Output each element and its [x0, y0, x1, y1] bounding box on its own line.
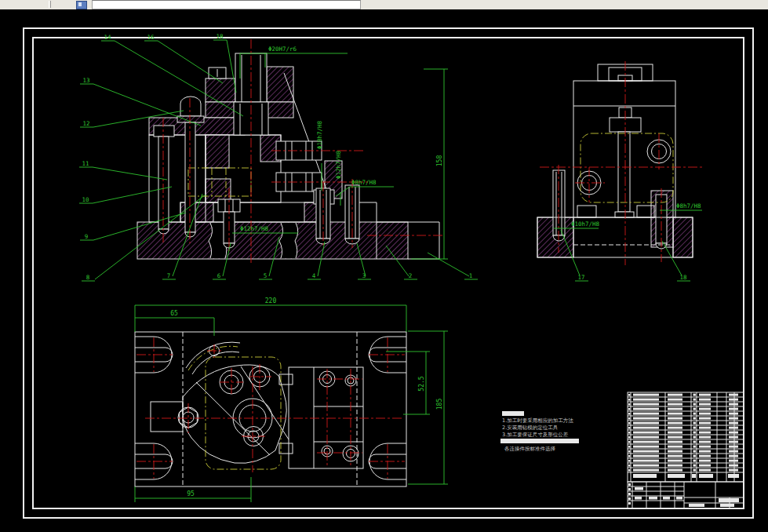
fit-label-vertical-2: Φ12h7/H8	[335, 150, 342, 179]
fit-label-pin-right: Φ8h7/H8	[676, 202, 701, 210]
dim-185: 185	[436, 399, 443, 410]
fit-label-top: Φ20H7/r6	[268, 46, 297, 53]
note-line-1: 1.加工时要采用相应的加工方法	[502, 417, 573, 424]
fit-label-base: Φ12h7/H8	[240, 225, 269, 232]
cad-drawing-canvas[interactable]: Φ20H7/r6 Φ18h7/H8 Φ12h7/H8 Φ8h7/H8 Φ12h7…	[0, 0, 768, 532]
dim-65: 65	[170, 310, 178, 317]
dim-95: 95	[187, 490, 195, 497]
dim-height-158: 158	[436, 155, 443, 167]
dim-220: 220	[265, 297, 277, 304]
note-line-3: 3.加工要保证尺寸及形位公差	[502, 432, 569, 438]
callout-2: 2	[409, 272, 413, 279]
dim-52-5: 52.5	[418, 376, 425, 391]
callout-9: 9	[85, 233, 89, 240]
callout-4: 4	[312, 272, 316, 279]
fit-label-vertical-1: Φ18h7/H8	[316, 120, 323, 149]
callout-16: 16	[147, 34, 155, 41]
callout-18: 18	[216, 33, 224, 40]
fit-label-pin-left: Φ10h7/H8	[571, 220, 600, 228]
callout-8: 8	[86, 274, 90, 281]
callout-17: 17	[577, 274, 584, 281]
callout-1: 1	[469, 272, 473, 279]
callout-14: 14	[104, 34, 111, 41]
callout-13: 13	[82, 77, 89, 84]
fit-label-bushing: Φ8h7/H8	[351, 179, 377, 186]
note-line-4: 各连接件按标准件选择	[504, 446, 556, 452]
callout-6: 6	[217, 272, 221, 279]
note-line-2: 2.安装用钻模的定位工具	[502, 425, 559, 431]
callout-18b: 18	[679, 274, 687, 281]
callout-10: 10	[82, 196, 89, 203]
callout-5: 5	[264, 272, 268, 279]
callout-12: 12	[82, 120, 89, 127]
callout-7: 7	[167, 272, 171, 279]
callout-11: 11	[82, 160, 89, 167]
